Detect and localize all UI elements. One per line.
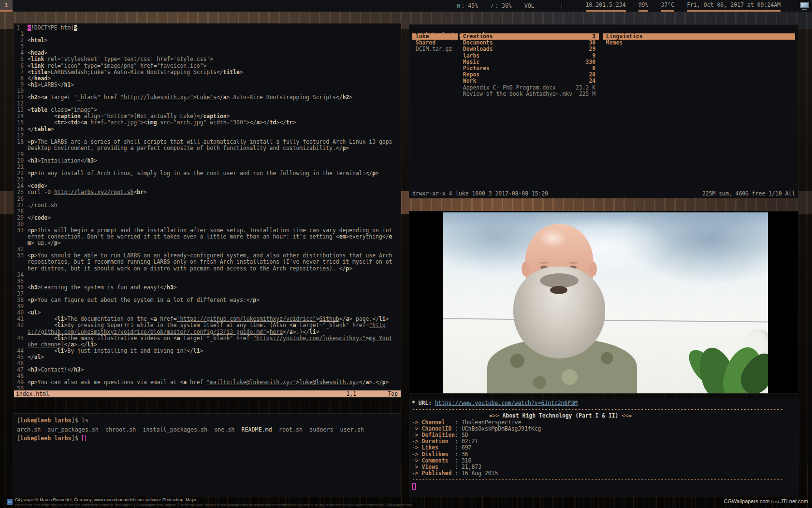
disk-status: / : 36% — [491, 0, 512, 12]
editor-line[interactable]: 8</head> — [15, 75, 400, 82]
editor-line-text: </head> — [28, 75, 394, 82]
editor-line[interactable]: 17 — [15, 133, 400, 139]
disk-icon: / — [491, 3, 493, 9]
editor-line[interactable]: 42 <li>By pressing Super+F1 while in the… — [15, 322, 400, 335]
editor-line[interactable]: 44 <li>By just installing it and diving … — [15, 348, 400, 354]
editor-line[interactable]: 29</code> — [15, 215, 400, 221]
directory-entry[interactable]: Memes — [603, 40, 795, 46]
editor-line[interactable]: 31<p>This will begin a prompt and the in… — [15, 227, 400, 246]
workspace-indicator[interactable]: 1 — [0, 0, 13, 12]
volume-status[interactable]: VOL — [524, 0, 573, 12]
line-number: 50 — [15, 386, 28, 389]
editor-line[interactable]: 15 <tr><td><a href="arch.jpg"><img src="… — [15, 120, 400, 126]
editor-window[interactable]: 1<!DOCTYPE html>12<html>34<head>5<link r… — [14, 23, 401, 398]
editor-line-text: <li>By pressing Super+F1 while in the sy… — [28, 322, 394, 335]
preview-column[interactable]: Linguistics Memes — [603, 33, 795, 46]
selected-entry[interactable]: Creations3 — [460, 33, 599, 40]
editor-line[interactable]: 33<p>You should be able to run LARBS on … — [15, 253, 400, 271]
editor-line-text — [28, 209, 394, 215]
current-directory-column[interactable]: Creations3 Documents30 Downloads29 larbs… — [460, 33, 599, 97]
editor-line[interactable]: 23 — [15, 177, 400, 183]
ls-output: arch.sh aur_packages.sh chroot.sh instal… — [14, 425, 401, 434]
editor-line[interactable]: 1 — [15, 31, 400, 37]
wallpaper-site-text: CGWallpapers.com host JTLnet.com — [724, 498, 808, 504]
cursor-line[interactable] — [409, 483, 798, 490]
editor-line[interactable]: 22<p>In any install of Arch Linux, simpl… — [15, 170, 400, 177]
editor-line-text — [28, 31, 394, 37]
editor-line[interactable]: 3 — [15, 44, 400, 50]
editor-line[interactable]: 27./root.sh — [15, 202, 400, 209]
wallpaper-legal-text: Please note: this image may not be used … — [15, 503, 413, 507]
file-entry[interactable]: DCIM.tar.gz — [412, 46, 458, 52]
shell-prompt-line[interactable]: [luke@leeb larbs]$ — [14, 434, 401, 443]
directory-entry[interactable]: Pictures6 — [460, 65, 599, 72]
video-player-window[interactable] — [409, 211, 798, 394]
editor-line[interactable]: 9<h1>LARBS</h1> — [15, 82, 400, 88]
editor-line-text — [28, 386, 394, 389]
editor-line-text: <h3>Learning the system is fun and easy!… — [28, 284, 394, 291]
editor-line[interactable]: 45</ul> — [15, 354, 400, 360]
editor-line[interactable]: 28 — [15, 209, 400, 215]
editor-line-text: <h1>LARBS</h1> — [28, 82, 394, 88]
mail-status: M : 45% — [457, 0, 478, 12]
editor-line[interactable]: 6<link rel="icon" type="image/png" href=… — [15, 63, 400, 69]
video-frame[interactable] — [443, 212, 768, 393]
editor-line[interactable]: 43 <li>The many illustrative videos on <… — [15, 335, 400, 348]
directory-entry[interactable]: Shared — [412, 40, 458, 46]
line-number: 45 — [15, 354, 28, 360]
editor-line[interactable]: 50 — [15, 386, 400, 389]
editor-line[interactable]: 36<h3>Learning the system is fun and eas… — [15, 284, 400, 291]
selected-entry[interactable]: Linguistics — [603, 33, 795, 40]
editor-line[interactable]: 47<h3>Contact!</h3> — [15, 367, 400, 373]
line-number: 5 — [15, 56, 28, 62]
editor-line[interactable]: 16</table> — [15, 126, 400, 133]
editor-line[interactable]: 26 — [15, 196, 400, 202]
editor-line[interactable]: 38<p>You can figure out about the system… — [15, 297, 400, 303]
video-info-terminal-window[interactable]: * URL: https://www.youtube.com/watch?v=6… — [409, 398, 798, 496]
editor-line-text — [28, 196, 394, 202]
line-number: 6 — [15, 63, 28, 69]
editor-line-text: <html> — [28, 37, 394, 44]
video-url-link[interactable]: https://www.youtube.com/watch?v=6Jntc2n6… — [435, 400, 578, 406]
line-number: 9 — [15, 82, 28, 88]
directory-entry[interactable]: Documents30 — [460, 40, 599, 46]
editor-line[interactable]: 39 — [15, 303, 400, 310]
editor-line[interactable]: 49<p>You can also ask me questions via e… — [15, 379, 400, 386]
file-manager-window[interactable]: luke@leeb ~/Creations luke Shared DCIM.t… — [409, 24, 798, 198]
editor-line-text: <p>The LARBS are a series of shell scrip… — [28, 139, 394, 151]
directory-entry[interactable]: Music330 — [460, 59, 599, 65]
editor-line-text: <p>You can figure out about the system i… — [28, 297, 394, 303]
editor-line-text: </ul> — [28, 354, 394, 360]
line-number: 36 — [15, 284, 28, 291]
file-manager-statusline: drwxr-xr-x 4 luke 1000 3 2017-08-08 15:2… — [412, 191, 795, 197]
file-entry[interactable]: Review of the book Ashtadhya~.mkv225 M — [460, 91, 599, 97]
directory-entry[interactable]: larbs9 — [460, 53, 599, 59]
editor-line[interactable]: 18<p>The LARBS are a series of shell scr… — [15, 139, 400, 151]
line-number: 7 — [15, 69, 28, 75]
editor-line[interactable]: 11<h2><a target="_blank" href="http://lu… — [15, 94, 400, 101]
editor-line-text: </table> — [28, 126, 394, 133]
editor-line[interactable]: 1<!DOCTYPE html> — [15, 25, 400, 31]
editor-line-text: <h3>Contact!</h3> — [28, 367, 394, 373]
directory-entry[interactable]: Work24 — [460, 78, 599, 84]
editor-content[interactable]: 1<!DOCTYPE html>12<html>34<head>5<link r… — [15, 25, 400, 389]
line-number: 26 — [15, 196, 28, 202]
editor-line[interactable]: 20<h3>Installation</h3> — [15, 158, 400, 164]
editor-line[interactable]: 34 — [15, 272, 400, 278]
ip-address: 10.201.5.234 — [586, 0, 626, 12]
display-tray-icon[interactable] — [800, 2, 809, 10]
editor-line[interactable]: 2<html> — [15, 37, 400, 44]
editor-line[interactable]: 7<title>LARBS&mdash;Luke's Auto-Rice Boo… — [15, 69, 400, 75]
directory-entry[interactable]: Downloads29 — [460, 46, 599, 52]
editor-line[interactable]: 19 — [15, 151, 400, 158]
selected-entry[interactable]: luke — [412, 33, 458, 40]
cg-logo: CG — [7, 499, 13, 505]
file-entry[interactable]: Appendix C- PhD Program.docx23.2 K — [460, 85, 599, 91]
editor-line[interactable]: 35 — [15, 278, 400, 284]
directory-entry[interactable]: Repos20 — [460, 72, 599, 78]
editor-line[interactable]: 25curl -O http://larbs.xyz/root.sh<br> — [15, 189, 400, 195]
shell-terminal-window[interactable]: [luke@leeb larbs]$ lsarch.sh aur_package… — [14, 413, 401, 496]
editor-scroll-position: Top — [388, 390, 398, 397]
parent-directory-column[interactable]: luke Shared DCIM.tar.gz — [412, 33, 458, 53]
volume-slider[interactable] — [539, 6, 571, 6]
